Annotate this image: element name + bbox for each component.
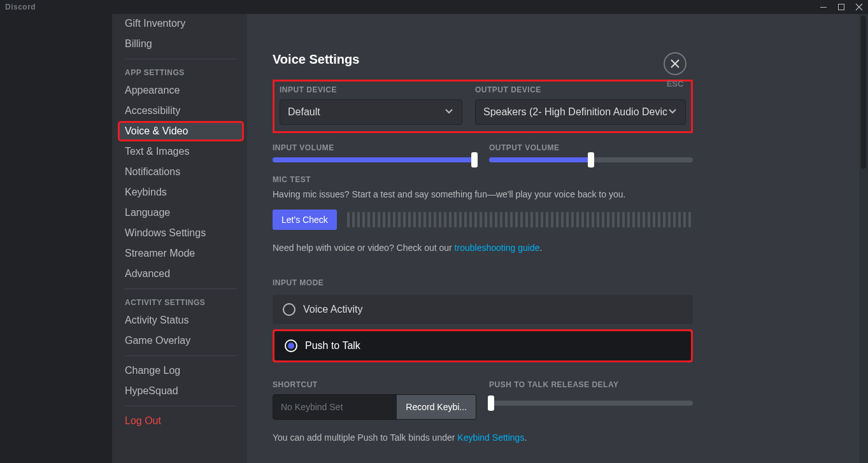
sidebar-item-activity-status[interactable]: Activity Status <box>118 311 243 330</box>
content-area: Voice Settings ESC INPUT DEVICE Default <box>247 14 868 463</box>
mic-test-description: Having mic issues? Start a test and say … <box>273 189 693 199</box>
svg-rect-1 <box>839 4 844 10</box>
sidebar-item-change-log[interactable]: Change Log <box>118 361 243 380</box>
sidebar-item-game-overlay[interactable]: Game Overlay <box>118 331 243 350</box>
sidebar-item-accessibility[interactable]: Accessibility <box>118 101 243 120</box>
sidebar-item-notifications[interactable]: Notifications <box>118 162 243 182</box>
sidebar-item-billing[interactable]: Billing <box>118 34 243 53</box>
left-padding <box>0 14 112 463</box>
sidebar-header-activity-settings: ACTIVITY SETTINGS <box>118 294 243 311</box>
sidebar-item-advanced[interactable]: Advanced <box>118 264 243 283</box>
troubleshooting-link[interactable]: troubleshooting guide <box>455 243 540 253</box>
output-device-value: Speakers (2- High Definition Audio Devic <box>483 106 667 118</box>
input-device-value: Default <box>288 106 320 118</box>
maximize-button[interactable] <box>832 0 850 14</box>
sidebar-item-language[interactable]: Language <box>118 203 243 222</box>
sidebar-item-windows-settings[interactable]: Windows Settings <box>118 224 243 243</box>
radio-icon <box>283 303 295 316</box>
slider-fill <box>489 157 591 162</box>
app-name: Discord <box>5 3 36 11</box>
sidebar-separator <box>125 288 237 289</box>
input-mode-label: INPUT MODE <box>273 278 693 287</box>
slider-thumb[interactable] <box>471 152 478 167</box>
svg-rect-0 <box>820 7 827 8</box>
scrollbar[interactable] <box>859 14 868 463</box>
sidebar-separator <box>125 59 237 59</box>
radio-label: Push to Talk <box>305 340 360 352</box>
sidebar-item-gift-inventory[interactable]: Gift Inventory <box>118 14 243 33</box>
sidebar-item-logout[interactable]: Log Out <box>118 411 243 431</box>
output-device-label: OUTPUT DEVICE <box>475 85 686 94</box>
slider-fill <box>273 157 476 162</box>
sidebar-header-app-settings: APP SETTINGS <box>118 64 243 81</box>
settings-sidebar: Gift Inventory Billing APP SETTINGS Appe… <box>112 14 247 463</box>
radio-dot-icon <box>288 343 294 349</box>
sidebar-separator <box>125 355 237 356</box>
record-keybind-button[interactable]: Record Keybi... <box>397 395 476 419</box>
input-mode-voice-activity[interactable]: Voice Activity <box>273 295 693 324</box>
chevron-down-icon <box>667 106 678 118</box>
push-to-talk-highlight: Push to Talk <box>273 329 693 362</box>
slider-thumb[interactable] <box>588 152 594 167</box>
ptt-delay-slider[interactable] <box>489 401 693 406</box>
input-device-label: INPUT DEVICE <box>280 85 462 94</box>
page-title: Voice Settings <box>273 52 693 67</box>
shortcut-label: SHORTCUT <box>273 380 476 389</box>
window-close-button[interactable] <box>850 0 868 14</box>
radio-icon <box>285 339 297 352</box>
keybind-settings-link[interactable]: Keybind Settings <box>457 432 524 443</box>
output-volume-label: OUTPUT VOLUME <box>489 143 693 152</box>
ptt-delay-label: PUSH TO TALK RELEASE DELAY <box>489 380 693 389</box>
sidebar-item-voice-video[interactable]: Voice & Video <box>118 122 243 141</box>
close-button[interactable] <box>664 52 687 75</box>
footnote: You can add multiple Push to Talk binds … <box>273 432 693 443</box>
sidebar-item-appearance[interactable]: Appearance <box>118 81 243 100</box>
mic-test-button[interactable]: Let's Check <box>273 210 337 230</box>
mic-level-meter <box>347 212 693 227</box>
titlebar: Discord <box>0 0 868 14</box>
close-icon <box>669 58 681 69</box>
esc-label: ESC <box>664 79 687 89</box>
input-volume-slider[interactable] <box>273 157 476 162</box>
input-device-select[interactable]: Default <box>280 99 462 125</box>
output-volume-slider[interactable] <box>489 157 693 162</box>
sidebar-item-hypesquad[interactable]: HypeSquad <box>118 381 243 401</box>
window-controls <box>815 0 868 14</box>
slider-thumb[interactable] <box>488 395 494 411</box>
minimize-button[interactable] <box>815 0 832 14</box>
radio-label: Voice Activity <box>303 304 362 315</box>
sidebar-item-text-images[interactable]: Text & Images <box>118 142 243 161</box>
input-volume-label: INPUT VOLUME <box>273 143 476 152</box>
close-settings: ESC <box>664 52 687 89</box>
chevron-down-icon <box>444 106 454 118</box>
sidebar-item-keybinds[interactable]: Keybinds <box>118 183 243 202</box>
input-mode-push-to-talk[interactable]: Push to Talk <box>274 331 691 360</box>
sidebar-separator <box>125 406 237 406</box>
shortcut-keybind-box: No Keybind Set Record Keybi... <box>273 394 476 420</box>
device-section-highlight: INPUT DEVICE Default OUTPUT DEVICE Speak… <box>273 80 693 133</box>
output-device-select[interactable]: Speakers (2- High Definition Audio Devic <box>475 99 686 125</box>
sidebar-item-streamer-mode[interactable]: Streamer Mode <box>118 244 243 263</box>
help-text: Need help with voice or video? Check out… <box>273 243 693 253</box>
shortcut-input[interactable]: No Keybind Set <box>273 395 397 419</box>
mic-test-label: MIC TEST <box>273 175 693 184</box>
scrollbar-thumb[interactable] <box>861 16 866 169</box>
